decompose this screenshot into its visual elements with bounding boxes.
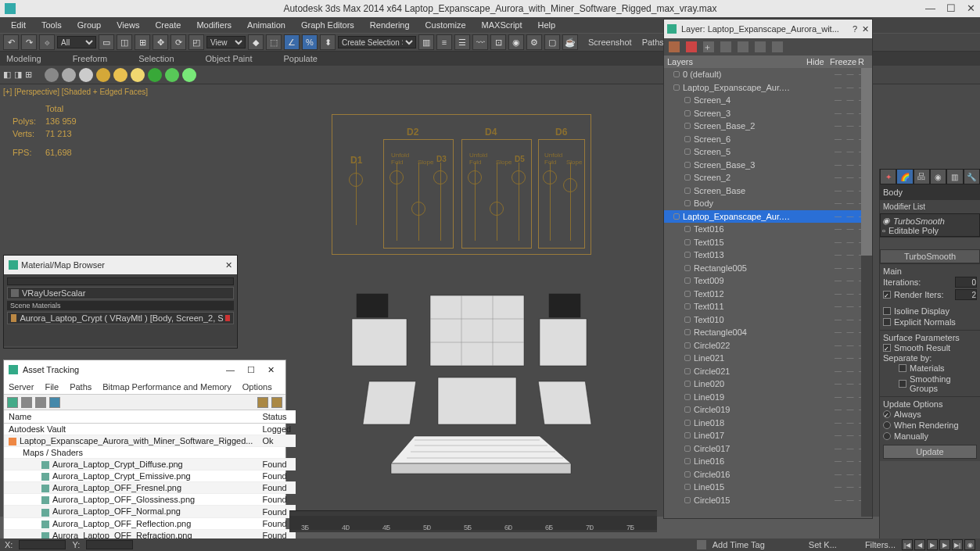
layer-item[interactable]: Text011— — —	[664, 300, 872, 313]
asset-row[interactable]: Aurora_Laptop_Crypt_Emissive.pngFound	[4, 470, 296, 482]
radio-always[interactable]	[883, 410, 891, 418]
ribbon-freeform[interactable]: Freeform	[73, 54, 108, 63]
modifier-stack[interactable]: ◉TurboSmooth ▫Editable Poly	[880, 213, 980, 237]
layer-sel[interactable]	[720, 41, 731, 52]
layer-item[interactable]: Screen_3— — —	[664, 107, 872, 120]
asset-tb-2[interactable]	[21, 397, 32, 408]
rotate-button[interactable]: ⟳	[171, 34, 186, 50]
mat-row-vray[interactable]: VRayUserScalar	[7, 287, 234, 299]
update-button[interactable]: Update	[883, 445, 977, 459]
layer-item[interactable]: Circle019— — —	[664, 403, 872, 417]
layer-item[interactable]: Line021— — —	[664, 352, 872, 365]
col-layers[interactable]: Layers	[667, 57, 806, 66]
mirror-button[interactable]: ▥	[418, 34, 434, 50]
asset-tb-6[interactable]	[271, 397, 282, 408]
maximize-button[interactable]: ☐	[946, 2, 956, 14]
col-hide[interactable]: Hide	[806, 57, 830, 66]
ref-coord-system[interactable]: View	[206, 36, 246, 48]
iterations-input[interactable]	[955, 277, 977, 288]
scale-button[interactable]: ◰	[188, 34, 204, 50]
menu-customize[interactable]: Customize	[418, 20, 474, 30]
menu-help[interactable]: Help	[530, 20, 564, 30]
minimize-button[interactable]: —	[925, 2, 935, 14]
menu-rendering[interactable]: Rendering	[362, 20, 418, 30]
key-filters[interactable]: Filters...	[865, 540, 896, 549]
layer-hide[interactable]	[755, 41, 766, 52]
layer-scrollbar[interactable]	[861, 68, 872, 517]
ribbon-object-paint[interactable]: Object Paint	[206, 54, 253, 63]
layer-item[interactable]: Rectangle005— — —	[664, 262, 872, 275]
asset-menu-file[interactable]: File	[45, 382, 59, 392]
layer-item[interactable]: Screen_4— — —	[664, 94, 872, 107]
coord-x[interactable]	[19, 540, 66, 549]
asset-close[interactable]: ✕	[267, 365, 275, 375]
percent-snap-button[interactable]: %	[302, 34, 318, 50]
render-setup-button[interactable]: ⚙	[526, 34, 542, 50]
ribbon-populate[interactable]: Populate	[283, 54, 317, 63]
layer-item[interactable]: Screen_2— — —	[664, 171, 872, 184]
add-time-tag[interactable]: Add Time Tag	[713, 540, 765, 549]
tb2-3[interactable]: ⊞	[25, 70, 32, 80]
pin-stack[interactable]	[881, 239, 892, 249]
render-iters-input[interactable]	[955, 289, 977, 300]
asset-row[interactable]: Aurora_Laptop_Crypt_Diffuse.pngFound	[4, 459, 296, 470]
window-crossing-button[interactable]: ⊞	[135, 34, 150, 50]
tab-display[interactable]: ▥	[946, 169, 963, 184]
selection-filter[interactable]: All	[57, 36, 96, 48]
asset-row[interactable]: Aurora_Laptop_OFF_Normal.pngFound	[4, 506, 296, 517]
layers-button[interactable]: ☰	[454, 34, 470, 50]
render-iters-check[interactable]	[883, 291, 891, 299]
schematic-button[interactable]: ⊡	[490, 34, 506, 50]
select-region-button[interactable]: ◫	[117, 34, 132, 50]
next-frame[interactable]: ▶	[939, 539, 950, 550]
layer-item[interactable]: Line018— — —	[664, 417, 872, 430]
goto-start[interactable]: |◀	[902, 539, 913, 550]
modifier-list-label[interactable]: Modifier List	[880, 199, 980, 213]
tab-modify[interactable]: 🌈	[896, 169, 913, 184]
matbrowser-close[interactable]: ✕	[225, 260, 232, 270]
snap-button[interactable]: ⬚	[266, 34, 282, 50]
layer-item[interactable]: Text013— — —	[664, 249, 872, 262]
layer-item[interactable]: Screen_Base— — —	[664, 184, 872, 198]
key-mode[interactable]: ◉	[964, 539, 975, 550]
material-editor-button[interactable]: ◉	[508, 34, 524, 50]
layer-item[interactable]: Text016— — —	[664, 223, 872, 236]
layer-item[interactable]: Screen_Base_2— — —	[664, 120, 872, 133]
tab-motion[interactable]: ◉	[930, 169, 946, 184]
menu-tools[interactable]: Tools	[34, 20, 70, 30]
explicit-check[interactable]	[883, 318, 891, 326]
radio-manually[interactable]	[883, 432, 891, 440]
prev-frame[interactable]: ◀	[914, 539, 925, 550]
layer-list[interactable]: 0 (default)— — —Laptop_Expanscape_Aur...…	[664, 68, 872, 517]
viewport-label[interactable]: [+] [Perspective] [Shaded + Edged Faces]	[3, 88, 148, 96]
menu-edit[interactable]: Edit	[3, 20, 34, 30]
menu-modifiers[interactable]: Modifiers	[188, 20, 239, 30]
render-frame-button[interactable]: ▢	[544, 34, 560, 50]
menu-graph-editors[interactable]: Graph Editors	[293, 20, 362, 30]
config-mod[interactable]	[935, 239, 946, 249]
asset-col-status[interactable]: Status	[257, 410, 296, 424]
asset-tb-3[interactable]	[35, 397, 46, 408]
move-button[interactable]: ✥	[153, 34, 168, 50]
named-selection[interactable]: Create Selection S	[338, 36, 416, 48]
asset-row[interactable]: Aurora_Laptop_OFF_Reflection.pngFound	[4, 517, 296, 529]
rollout-turbosmooth[interactable]: TurboSmooth	[880, 249, 980, 263]
col-r[interactable]: R	[858, 57, 869, 66]
spot-icon[interactable]	[131, 68, 145, 82]
angle-snap-button[interactable]: ∠	[284, 34, 300, 50]
layer-item[interactable]: Circle022— — —	[664, 339, 872, 352]
layer-item[interactable]: Laptop_Expanscape_Aur...Miner_Software_—…	[664, 81, 872, 95]
asset-menu-server[interactable]: Server	[9, 382, 34, 392]
layer-item[interactable]: 0 (default)— — —	[664, 68, 872, 81]
tb2-1[interactable]: ◧	[3, 70, 11, 80]
asset-row[interactable]: Laptop_Expanscape_Aurora_with_Miner_Soft…	[4, 435, 296, 447]
layer-item[interactable]: Text009— — —	[664, 274, 872, 288]
tb2-2[interactable]: ◨	[14, 70, 22, 80]
menu-animation[interactable]: Animation	[239, 20, 293, 30]
layer-item[interactable]: Circle015— — —	[664, 494, 872, 507]
layer-item[interactable]: Screen_6— — —	[664, 133, 872, 146]
sphere-icon-2[interactable]	[62, 68, 76, 82]
asset-row[interactable]: Maps / Shaders	[4, 447, 296, 459]
time-tag-icon[interactable]	[697, 540, 706, 549]
asset-tb-4[interactable]	[49, 397, 60, 408]
